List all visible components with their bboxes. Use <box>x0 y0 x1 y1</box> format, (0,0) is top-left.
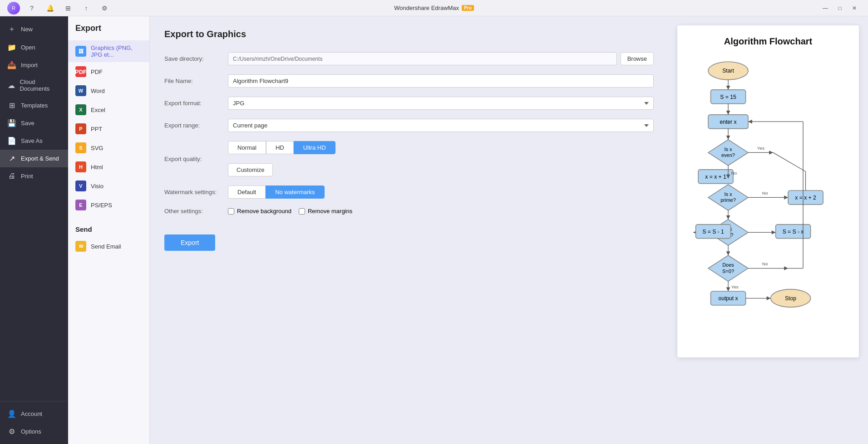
svg-marker-16 <box>769 151 773 155</box>
sidebar-item-options[interactable]: ⚙ Options <box>0 423 68 440</box>
settings-icon[interactable]: ⚙ <box>98 2 111 15</box>
sidebar-item-cloud[interactable]: ☁ Cloud Documents <box>0 74 68 97</box>
export-item-email[interactable]: ✉ Send Email <box>68 237 149 256</box>
sidebar-item-label: Open <box>21 44 35 51</box>
export-range-label: Export range: <box>164 122 228 129</box>
cloud-icon: ☁ <box>7 81 15 90</box>
watermark-none-button[interactable]: No watermarks <box>266 185 324 199</box>
ppt-icon: P <box>75 123 86 134</box>
sidebar-item-label: Import <box>21 62 38 68</box>
sidebar-item-open[interactable]: 📁 Open <box>0 39 68 56</box>
sidebar-item-account[interactable]: 👤 Account <box>0 405 68 423</box>
export-format-row: Export format: JPG PNG BMP SVG PDF <box>164 97 654 110</box>
sidebar-item-label: Templates <box>21 102 48 109</box>
save-directory-control: Browse <box>228 52 654 65</box>
sidebar-item-export[interactable]: ↗ Export & Send <box>0 150 68 167</box>
export-item-word[interactable]: W Word <box>68 81 149 100</box>
svg-text:x = x + 2: x = x + 2 <box>795 195 816 201</box>
sidebar-item-save[interactable]: 💾 Save <box>0 114 68 132</box>
sidebar-item-label: Export & Send <box>21 155 59 162</box>
svg-text:enter x: enter x <box>720 119 737 125</box>
svg-text:S = 15: S = 15 <box>720 94 736 100</box>
svg-text:S=0?: S=0? <box>722 268 734 274</box>
export-item-pdf[interactable]: PDF PDF <box>68 62 149 81</box>
svg-text:Yes: Yes <box>757 146 764 151</box>
export-item-visio[interactable]: V Visio <box>68 176 149 195</box>
export-item-svg[interactable]: S SVG <box>68 138 149 157</box>
pdf-icon: PDF <box>75 66 86 77</box>
export-sidebar: Export 🖼 Graphics (PNG, JPG et... PDF PD… <box>68 16 150 444</box>
svg-text:S = S - 1: S = S - 1 <box>702 229 724 235</box>
export-button[interactable]: Export <box>164 234 215 251</box>
export-quality-label: Export quality: <box>164 156 228 162</box>
remove-background-item[interactable]: Remove background <box>228 208 291 215</box>
svg-text:S = S - x: S = S - x <box>783 229 804 235</box>
remove-background-checkbox[interactable] <box>228 208 234 215</box>
maximize-button[interactable]: □ <box>833 2 846 15</box>
svg-text:even?: even? <box>721 152 735 158</box>
sidebar-item-label: Cloud Documents <box>20 78 61 92</box>
file-name-label: File Name: <box>164 78 228 84</box>
browse-button[interactable]: Browse <box>621 52 654 65</box>
file-name-input[interactable] <box>228 74 654 88</box>
save-directory-input[interactable] <box>228 52 617 65</box>
export-item-label: Send Email <box>91 243 121 250</box>
save-icon: 💾 <box>7 119 16 127</box>
eps-icon: E <box>75 200 86 210</box>
svg-marker-65 <box>767 296 771 300</box>
export-item-graphics[interactable]: 🖼 Graphics (PNG, JPG et... <box>68 40 149 62</box>
svg-text:output x: output x <box>718 295 738 302</box>
export-format-label: Export format: <box>164 100 228 107</box>
sidebar-item-print[interactable]: 🖨 Print <box>0 167 68 185</box>
remove-margins-item[interactable]: Remove margins <box>299 208 352 215</box>
apps-icon[interactable]: ⊞ <box>62 2 74 15</box>
sidebar-item-import[interactable]: 📥 Import <box>0 56 68 74</box>
export-item-eps[interactable]: E PS/EPS <box>68 195 149 215</box>
svg-text:Start: Start <box>722 68 734 74</box>
quality-normal-button[interactable]: Normal <box>228 141 266 154</box>
window-controls: — □ ✕ <box>819 0 861 16</box>
export-item-label: PDF <box>91 68 103 75</box>
export-item-html[interactable]: H Html <box>68 157 149 176</box>
sidebar-item-saveas[interactable]: 📄 Save As <box>0 132 68 150</box>
svg-text:Is x: Is x <box>724 191 732 197</box>
remove-background-label: Remove background <box>237 208 291 215</box>
share-icon[interactable]: ↑ <box>80 2 93 15</box>
svg-text:Does: Does <box>722 262 734 268</box>
export-item-label: Excel <box>91 107 105 113</box>
pro-badge: Pro <box>462 5 474 11</box>
remove-margins-checkbox[interactable] <box>299 208 305 215</box>
sidebar-item-label: Save <box>21 120 35 127</box>
quality-hd-button[interactable]: HD <box>266 141 294 154</box>
close-button[interactable]: ✕ <box>848 2 861 15</box>
export-range-select[interactable]: Current page All pages Selected objects <box>228 119 654 132</box>
titlebar: R ? 🔔 ⊞ ↑ ⚙ Wondershare EdrawMax Pro — □… <box>0 0 868 16</box>
sidebar-item-label: Save As <box>21 137 43 144</box>
export-format-control: JPG PNG BMP SVG PDF <box>228 97 654 110</box>
titlebar-left: R ? 🔔 ⊞ ↑ ⚙ <box>7 0 111 16</box>
svg-marker-34 <box>726 215 730 220</box>
saveas-icon: 📄 <box>7 137 16 145</box>
send-section: Send ✉ Send Email <box>68 225 149 256</box>
sidebar-item-new[interactable]: ＋ New <box>0 20 68 39</box>
minimize-button[interactable]: — <box>819 2 832 15</box>
quality-ultrahd-button[interactable]: Ultra HD <box>294 141 335 154</box>
sidebar-item-templates[interactable]: ⊞ Templates <box>0 97 68 114</box>
customize-button[interactable]: Customize <box>228 163 273 176</box>
svg-marker-27 <box>784 195 788 200</box>
help-icon[interactable]: ? <box>25 2 38 15</box>
send-section-title: Send <box>68 225 149 237</box>
export-quality-control: Normal HD Ultra HD Customize <box>228 141 654 176</box>
preview-card: Algorithm Flowchart Start S = 15 <box>677 25 859 357</box>
export-range-row: Export range: Current page All pages Sel… <box>164 119 654 132</box>
other-settings-control: Remove background Remove margins <box>228 208 654 215</box>
other-settings-row: Other settings: Remove background Remove… <box>164 208 654 215</box>
export-item-ppt[interactable]: P PPT <box>68 119 149 138</box>
export-format-select[interactable]: JPG PNG BMP SVG PDF <box>228 97 654 110</box>
export-item-excel[interactable]: X Excel <box>68 100 149 119</box>
watermark-default-button[interactable]: Default <box>228 185 266 199</box>
excel-icon: X <box>75 104 86 115</box>
notification-icon[interactable]: 🔔 <box>44 2 56 15</box>
watermark-control: Default No watermarks <box>228 185 654 199</box>
export-sidebar-title: Export <box>68 24 149 40</box>
